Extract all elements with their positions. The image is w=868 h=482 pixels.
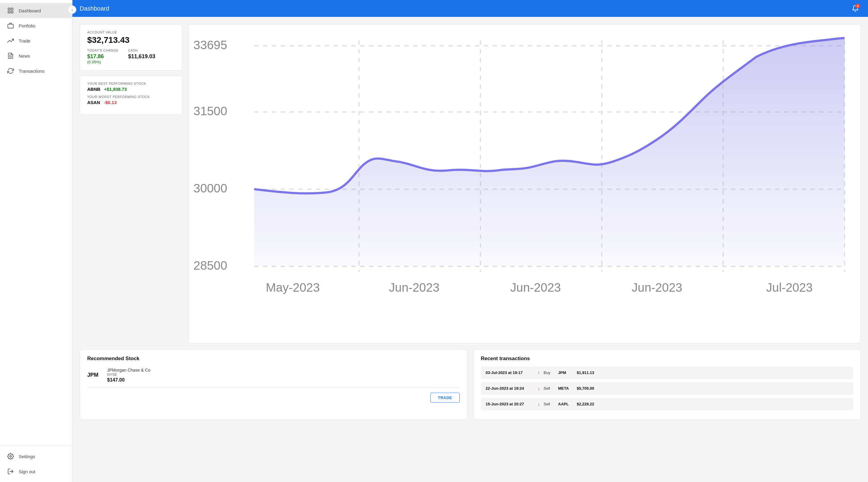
svg-text:30000: 30000 bbox=[193, 182, 227, 195]
performance-card: YOUR BEST PERFORMING STOCK ABNB +$1,938.… bbox=[80, 75, 182, 115]
today-change-section: TODAY'S CHANGE $17.86 (0.05%) bbox=[87, 49, 118, 64]
trans-type: Sell bbox=[544, 402, 554, 406]
trans-amount: $5,705.00 bbox=[577, 386, 594, 391]
sidebar-label-trade: Trade bbox=[19, 38, 30, 43]
sidebar-item-signout[interactable]: Sign out bbox=[0, 464, 72, 479]
top-row: ACCOUNT VALUE $32,713.43 TODAY'S CHANGE … bbox=[80, 24, 861, 343]
svg-rect-2 bbox=[8, 11, 10, 13]
trans-type: Sell bbox=[544, 386, 554, 391]
transactions-list: 03-Jul-2023 at 19:17 ↑ Buy JPM $1,911.13… bbox=[481, 366, 853, 411]
recommended-stock-title: Recommended Stock bbox=[87, 356, 460, 362]
svg-text:Jun-2023: Jun-2023 bbox=[632, 281, 682, 294]
sidebar-label-signout: Sign out bbox=[19, 469, 35, 474]
worst-stock-label: YOUR WORST PERFORMING STOCK bbox=[87, 95, 175, 99]
recommended-exchange: NYSE bbox=[107, 373, 150, 377]
trade-button[interactable]: TRADE bbox=[430, 393, 460, 403]
file-text-icon bbox=[7, 53, 14, 59]
worst-stock-ticker: ASAN bbox=[87, 100, 100, 105]
transaction-row: 03-Jul-2023 at 19:17 ↑ Buy JPM $1,911.13 bbox=[481, 366, 853, 379]
sidebar-label-transactions: Transactions bbox=[19, 68, 44, 74]
sidebar: ‹ Dashboard Portfolio Trade bbox=[0, 0, 72, 482]
sidebar-bottom: Settings Sign out bbox=[0, 449, 72, 482]
recommended-ticker: JPM bbox=[87, 372, 102, 378]
trans-date: 03-Jul-2023 at 19:17 bbox=[486, 371, 534, 375]
sidebar-item-portfolio[interactable]: Portfolio bbox=[0, 18, 72, 33]
chart-container: 33695 31500 30000 28500 bbox=[188, 24, 861, 343]
content-area: ACCOUNT VALUE $32,713.43 TODAY'S CHANGE … bbox=[72, 17, 868, 482]
recent-transactions-card: Recent transactions 03-Jul-2023 at 19:17… bbox=[473, 349, 861, 420]
trans-date: 22-Jun-2023 at 19:24 bbox=[486, 386, 534, 391]
log-out-icon bbox=[7, 468, 14, 475]
worst-stock-row: YOUR WORST PERFORMING STOCK ASAN -$0.13 bbox=[87, 95, 175, 105]
today-change-amount: $17.86 bbox=[87, 54, 118, 60]
today-change-pct: (0.05%) bbox=[87, 60, 118, 64]
sidebar-collapse-button[interactable]: ‹ bbox=[68, 5, 76, 14]
today-change-label: TODAY'S CHANGE bbox=[87, 49, 118, 52]
bottom-row: Recommended Stock JPM JPMorgan Chase & C… bbox=[80, 349, 861, 420]
sidebar-nav: Dashboard Portfolio Trade News bbox=[0, 0, 72, 443]
cash-amount: $11,619.03 bbox=[128, 54, 155, 60]
svg-text:May-2023: May-2023 bbox=[266, 281, 320, 294]
account-value-label: ACCOUNT VALUE bbox=[87, 30, 175, 34]
notification-badge: 4 bbox=[855, 4, 860, 8]
recent-transactions-title: Recent transactions bbox=[481, 356, 853, 362]
recommended-stock-card: Recommended Stock JPM JPMorgan Chase & C… bbox=[80, 349, 467, 420]
svg-rect-1 bbox=[11, 8, 13, 10]
svg-point-7 bbox=[10, 455, 11, 457]
sidebar-label-settings: Settings bbox=[19, 454, 35, 459]
account-value-amount: $32,713.43 bbox=[87, 35, 175, 45]
best-stock-value: +$1,938.73 bbox=[104, 87, 127, 92]
svg-rect-0 bbox=[8, 8, 10, 10]
trans-type: Buy bbox=[544, 371, 554, 375]
svg-text:31500: 31500 bbox=[193, 104, 227, 118]
settings-icon bbox=[7, 453, 14, 460]
svg-text:Jun-2023: Jun-2023 bbox=[389, 281, 439, 294]
svg-rect-3 bbox=[11, 11, 13, 13]
best-stock-label: YOUR BEST PERFORMING STOCK bbox=[87, 82, 175, 85]
recommended-stock-name: JPMorgan Chase & Co bbox=[107, 368, 150, 373]
cash-section: CASH $11,619.03 bbox=[128, 49, 155, 60]
main-area: Dashboard 4 ACCOUNT VALUE $32,713.43 TOD… bbox=[72, 0, 868, 482]
recommended-stock-row: JPM JPMorgan Chase & Co NYSE $147.00 bbox=[87, 368, 460, 388]
notification-bell[interactable]: 4 bbox=[850, 3, 861, 14]
trans-ticker: META bbox=[558, 386, 573, 391]
best-stock-row: YOUR BEST PERFORMING STOCK ABNB +$1,938.… bbox=[87, 82, 175, 92]
trending-up-icon bbox=[7, 37, 14, 44]
sidebar-item-dashboard[interactable]: Dashboard bbox=[0, 3, 72, 18]
best-stock-ticker: ABNB bbox=[87, 87, 100, 92]
briefcase-icon bbox=[7, 22, 14, 29]
sidebar-label-news: News bbox=[19, 54, 30, 59]
recommended-price: $147.00 bbox=[107, 377, 150, 383]
trans-direction-icon: ↓ bbox=[537, 386, 540, 391]
portfolio-chart: 33695 31500 30000 28500 bbox=[193, 29, 856, 338]
svg-text:Jul-2023: Jul-2023 bbox=[766, 281, 812, 294]
sidebar-label-dashboard: Dashboard bbox=[19, 8, 41, 13]
trans-direction-icon: ↑ bbox=[537, 370, 540, 376]
transaction-row: 22-Jun-2023 at 19:24 ↓ Sell META $5,705.… bbox=[481, 382, 853, 395]
transaction-row: 15-Jun-2023 at 20:27 ↓ Sell AAPL $2,228.… bbox=[481, 398, 853, 411]
trans-direction-icon: ↓ bbox=[537, 401, 540, 407]
page-title: Dashboard bbox=[80, 5, 109, 12]
svg-text:Jun-2023: Jun-2023 bbox=[510, 281, 561, 294]
trans-ticker: AAPL bbox=[558, 402, 573, 406]
grid-icon bbox=[7, 7, 14, 14]
trans-ticker: JPM bbox=[558, 371, 573, 375]
trade-button-row: TRADE bbox=[87, 393, 460, 403]
sidebar-item-settings[interactable]: Settings bbox=[0, 449, 72, 464]
refresh-cw-icon bbox=[7, 68, 14, 74]
cash-label: CASH bbox=[128, 49, 155, 52]
sidebar-item-trade[interactable]: Trade bbox=[0, 33, 72, 48]
svg-text:28500: 28500 bbox=[193, 259, 227, 272]
account-value-card: ACCOUNT VALUE $32,713.43 TODAY'S CHANGE … bbox=[80, 24, 182, 71]
sidebar-item-news[interactable]: News bbox=[0, 48, 72, 63]
change-row: TODAY'S CHANGE $17.86 (0.05%) CASH $11,6… bbox=[87, 49, 175, 64]
sidebar-item-transactions[interactable]: Transactions bbox=[0, 63, 72, 78]
trans-amount: $1,911.13 bbox=[577, 371, 594, 375]
trans-date: 15-Jun-2023 at 20:27 bbox=[486, 402, 534, 406]
sidebar-divider bbox=[0, 446, 72, 446]
svg-rect-4 bbox=[8, 24, 13, 28]
trans-amount: $2,228.22 bbox=[577, 402, 594, 406]
recommended-stock-info: JPMorgan Chase & Co NYSE $147.00 bbox=[107, 368, 150, 383]
sidebar-label-portfolio: Portfolio bbox=[19, 23, 35, 28]
header: Dashboard 4 bbox=[72, 0, 868, 17]
